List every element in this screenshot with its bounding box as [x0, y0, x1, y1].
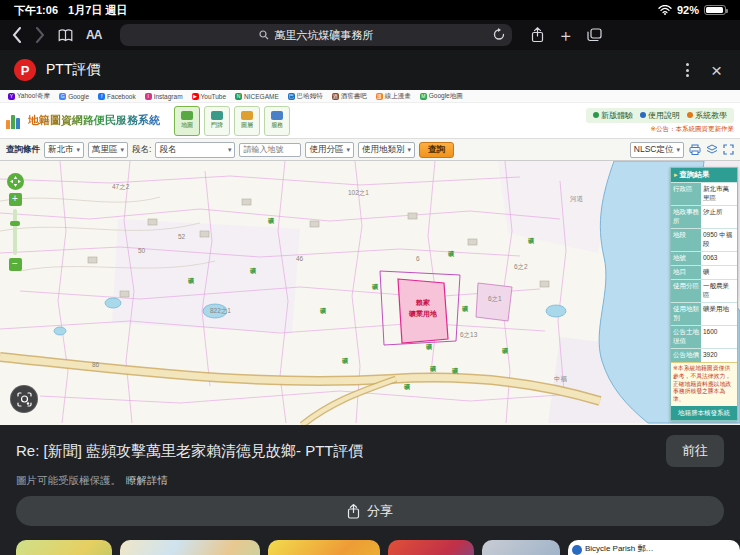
locate-select[interactable]: NLSC定位▾: [630, 142, 684, 158]
result-row: 地政事務所汐止所: [671, 205, 737, 228]
result-headline[interactable]: Re: [新聞] 藍頻攻擊萬里老家賴清德見故鄉- PTT評價: [16, 442, 652, 461]
header-links: 新版體驗使用說明系統教學: [586, 108, 734, 123]
map-parcel-label: 河道: [570, 195, 584, 203]
battery-percent: 92%: [677, 4, 699, 16]
adjacent-parcel[interactable]: [476, 283, 512, 321]
bookmark-item[interactable]: NNICEGAME: [235, 93, 279, 100]
district-select[interactable]: 萬里區▾: [88, 142, 128, 158]
favicon-icon: N: [235, 93, 242, 100]
result-thumbnail-5[interactable]: [482, 540, 560, 555]
results-disclaimer: ※本系統地籍圖資僅供參考，不具法律效力，正確地籍資料應以地政事務所核發之謄本為準…: [671, 362, 737, 406]
tabs-icon[interactable]: [587, 28, 602, 42]
result-row: 地段0950 中福段: [671, 228, 737, 251]
battery-icon: [704, 5, 726, 15]
back-button[interactable]: [12, 27, 22, 43]
favicon-icon: ▶: [192, 93, 199, 100]
bookmark-item[interactable]: YYahoo!奇摩: [8, 92, 50, 101]
land-use-symbol: 礦: [429, 365, 436, 373]
visit-button[interactable]: 前往: [666, 435, 724, 467]
zoom-in-button[interactable]: +: [9, 193, 22, 206]
land-use-symbol: 礦: [527, 237, 534, 245]
result-thumbnail-6[interactable]: Bicycle Parish 郵…: [568, 540, 740, 555]
favicon-icon: Y: [8, 93, 15, 100]
bookmark-item[interactable]: MGoogle地圖: [420, 92, 463, 101]
city-select[interactable]: 新北市▾: [44, 142, 84, 158]
land-use-symbol: 礦: [447, 250, 454, 258]
bookmark-item[interactable]: fFacebook: [98, 93, 136, 100]
clock: 下午1:06: [14, 3, 58, 18]
new-tab-button[interactable]: ＋: [557, 27, 574, 44]
text-size-button[interactable]: AA: [86, 28, 101, 42]
site-tab-2[interactable]: 門牌: [204, 106, 230, 136]
land-use-symbol: 礦: [451, 367, 458, 375]
site-tab-4[interactable]: 服務: [264, 106, 290, 136]
land-class-select[interactable]: 使用地類別▾: [358, 142, 415, 158]
share-button[interactable]: 分享: [16, 496, 724, 526]
pan-control[interactable]: [7, 173, 24, 190]
favicon-icon: f: [98, 93, 105, 100]
results-header[interactable]: ▸ 查詢結果: [671, 168, 737, 182]
query-toolbar: 查詢條件 新北市▾ 萬里區▾ 段名: 段名▾ 使用分區▾ 使用地類別▾ 查詢 N…: [0, 139, 740, 161]
result-row: 地目礦: [671, 265, 737, 279]
result-thumbnail-2[interactable]: [120, 540, 260, 555]
site-notice: ※公告：本系統圖資更新作業: [651, 125, 734, 134]
close-icon[interactable]: ×: [707, 61, 726, 80]
site-logo-icon: [6, 113, 20, 129]
layers-icon[interactable]: [706, 144, 718, 155]
header-link[interactable]: 新版體驗: [593, 110, 633, 121]
section-select[interactable]: 段名▾: [155, 142, 235, 158]
bookmark-item[interactable]: 巴巴哈姆特: [288, 92, 323, 101]
bookmark-item[interactable]: GGoogle: [59, 93, 89, 100]
zoom-out-button[interactable]: −: [9, 258, 22, 271]
header-link[interactable]: 使用說明: [640, 110, 680, 121]
bookmark-item[interactable]: ▶YouTube: [192, 93, 227, 100]
reload-icon[interactable]: [493, 28, 505, 41]
result-row: 使用分區一般農業區: [671, 279, 737, 302]
learn-more-link[interactable]: 瞭解詳情: [126, 474, 168, 488]
result-thumbnail-1[interactable]: [16, 540, 112, 555]
bookmark-label: Yahoo!奇摩: [17, 92, 50, 101]
more-options-icon[interactable]: [678, 59, 697, 81]
search-icon: [259, 30, 269, 40]
status-bar: 下午1:06 1月7日 週日 92%: [0, 0, 740, 20]
fullscreen-icon[interactable]: [723, 144, 734, 155]
bookmark-label: 線上漫畫: [385, 92, 411, 101]
lens-button[interactable]: [10, 385, 38, 413]
land-use-symbol: 礦: [267, 217, 274, 225]
zoom-slider[interactable]: [13, 209, 17, 255]
bookmark-item[interactable]: 酒酒窖書吧: [332, 92, 367, 101]
print-icon[interactable]: [689, 144, 701, 155]
map-parcel-label: 6之1: [488, 295, 502, 303]
result-thumbnail-4[interactable]: [388, 540, 474, 555]
result-row: 使用地類別礦業用地: [671, 302, 737, 325]
favicon-icon: I: [145, 93, 152, 100]
link-bullet-icon: [640, 112, 646, 118]
cadastral-map[interactable]: 賴家 礦業用地 47之2102之1河道5250466822之1866之136之2…: [0, 161, 740, 425]
site-tab-3[interactable]: 圖層: [234, 106, 260, 136]
copyright-note: 圖片可能受版權保護。: [16, 474, 121, 488]
map-parcel-label: 102之1: [348, 189, 369, 197]
bookmark-item[interactable]: 漫線上漫畫: [376, 92, 411, 101]
bookmark-item[interactable]: IInstagram: [145, 93, 183, 100]
zone-select[interactable]: 使用分區▾: [305, 142, 354, 158]
parcel-number-input[interactable]: [239, 143, 301, 157]
land-use-symbol: 礦: [403, 383, 410, 391]
forward-button[interactable]: [35, 27, 45, 43]
site-tab-1[interactable]: 地圖: [174, 106, 200, 136]
bookmarks-icon[interactable]: [58, 29, 73, 42]
address-bar[interactable]: 萬里六坑煤礦事務所: [120, 24, 512, 46]
result-thumbnail-3[interactable]: [268, 540, 380, 555]
result-value: 新北市萬里區: [701, 183, 737, 205]
favicon-icon: M: [420, 93, 427, 100]
result-label: 行政區: [671, 183, 701, 205]
date: 1月7日 週日: [68, 3, 127, 18]
share-icon[interactable]: [531, 27, 544, 43]
result-value: 3920: [701, 349, 737, 362]
search-button[interactable]: 查詢: [419, 142, 454, 158]
transcript-link[interactable]: 地籍謄本核發系統: [671, 406, 737, 420]
favicon-icon: 巴: [288, 93, 295, 100]
map-tab-icon: [241, 111, 253, 120]
result-label: 公告地價: [671, 349, 701, 362]
header-link[interactable]: 系統教學: [687, 110, 727, 121]
result-label: 地目: [671, 266, 701, 279]
